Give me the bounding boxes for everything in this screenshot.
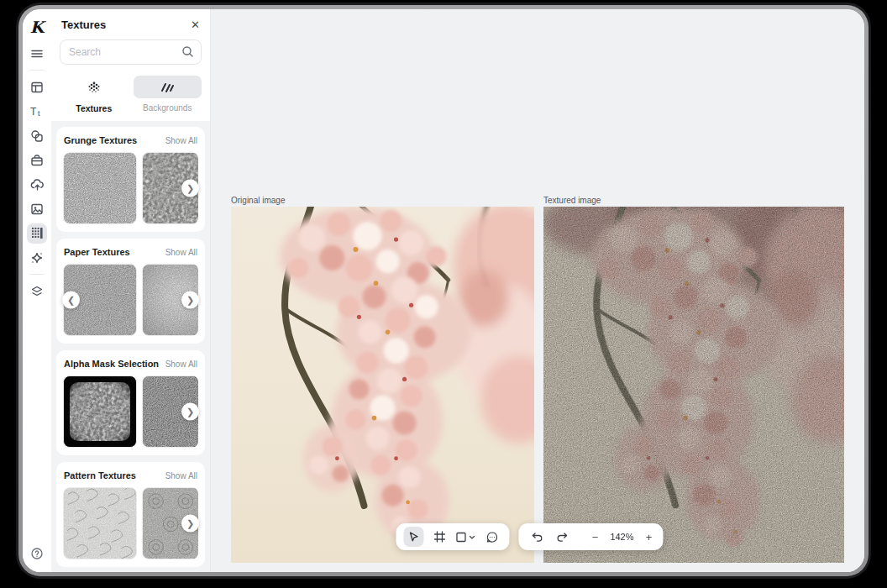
section-grunge-textures: Grunge Textures Show All ❯ [56, 127, 205, 232]
diagonal-stripes-icon [159, 81, 176, 94]
section-title: Pattern Textures [64, 470, 136, 480]
photos-icon[interactable] [27, 199, 47, 219]
show-all-link[interactable]: Show All [165, 360, 197, 369]
redo-icon [556, 532, 569, 543]
tab-label-textures[interactable]: Textures [60, 103, 129, 113]
tools-pill [396, 523, 509, 550]
textured-image-label: Textured image [543, 196, 601, 205]
carousel-next-button[interactable]: ❯ [181, 515, 199, 533]
show-all-link[interactable]: Show All [165, 136, 197, 145]
show-all-link[interactable]: Show All [165, 248, 197, 257]
halftone-dots-icon [87, 81, 102, 94]
layers-icon[interactable] [27, 281, 47, 302]
zoom-out-button[interactable]: − [588, 531, 601, 543]
svg-text:T: T [30, 106, 37, 118]
carousel-next-button[interactable]: ❯ [181, 291, 199, 309]
section-title: Alpha Mask Selection [64, 359, 159, 369]
section-alpha-mask: Alpha Mask Selection Show All ❯ [56, 350, 205, 455]
mockups-icon[interactable] [27, 150, 47, 171]
tab-backgrounds[interactable] [134, 76, 202, 98]
tab-textures[interactable] [60, 76, 129, 98]
history-zoom-pill: − 142% + [518, 523, 663, 550]
zoom-in-button[interactable]: + [642, 531, 655, 543]
shape-tool-button[interactable] [455, 532, 475, 543]
redo-button[interactable] [552, 527, 572, 547]
select-tool-button[interactable] [403, 527, 423, 547]
zoom-level[interactable]: 142% [607, 532, 636, 542]
help-icon[interactable] [27, 543, 47, 564]
floating-toolbar: − 142% + [396, 523, 663, 550]
search-input[interactable] [60, 39, 202, 65]
carousel-next-button[interactable]: ❯ [181, 403, 199, 421]
comment-tool-button[interactable] [481, 527, 501, 547]
comment-icon [485, 531, 498, 543]
original-image[interactable] [231, 207, 534, 563]
cursor-icon [407, 531, 419, 543]
section-paper-textures: Paper Textures Show All ❮ ❯ [56, 239, 205, 344]
canvas[interactable]: Original image Textured image [211, 9, 864, 572]
carousel-next-button[interactable]: ❯ [181, 180, 199, 197]
menu-icon[interactable] [27, 44, 47, 64]
shapes-icon[interactable] [27, 126, 47, 146]
textures-panel: Textures ✕ Textures Backgrounds [51, 9, 211, 572]
section-pattern-textures: Pattern Textures Show All [56, 462, 205, 567]
device-frame: K Tt [18, 5, 869, 576]
grain-overlay-light [543, 207, 844, 563]
app-logo[interactable]: K [30, 16, 45, 38]
panel-title: Textures [61, 18, 106, 31]
close-icon[interactable]: ✕ [191, 19, 200, 30]
texture-sections: Grunge Textures Show All ❯ Paper Tex [51, 121, 210, 572]
texture-thumbnail[interactable] [63, 487, 137, 559]
app-window: K Tt [23, 9, 864, 572]
undo-button[interactable] [526, 527, 546, 547]
sidebar: K Tt [23, 9, 51, 572]
ai-magic-icon[interactable] [27, 248, 47, 268]
chevron-down-icon [468, 533, 475, 541]
svg-text:t: t [38, 109, 40, 118]
square-icon [455, 532, 466, 543]
texture-thumbnail[interactable] [63, 375, 137, 448]
textures-icon[interactable] [27, 223, 47, 244]
texture-thumbnail[interactable] [63, 152, 137, 224]
templates-icon[interactable] [27, 77, 47, 97]
upload-icon[interactable] [27, 175, 47, 195]
tab-label-backgrounds[interactable]: Backgrounds [134, 103, 202, 113]
original-image-label: Original image [231, 196, 285, 205]
frame-icon [433, 531, 445, 543]
carousel-prev-button[interactable]: ❮ [62, 291, 80, 309]
search-icon [181, 45, 194, 58]
text-icon[interactable]: Tt [27, 102, 47, 122]
divider [29, 70, 45, 71]
frame-tool-button[interactable] [429, 527, 449, 547]
undo-icon [530, 532, 543, 543]
divider [29, 274, 45, 275]
show-all-link[interactable]: Show All [165, 471, 197, 480]
textured-image[interactable] [543, 207, 844, 563]
section-title: Paper Textures [64, 247, 130, 257]
section-title: Grunge Textures [64, 135, 137, 145]
